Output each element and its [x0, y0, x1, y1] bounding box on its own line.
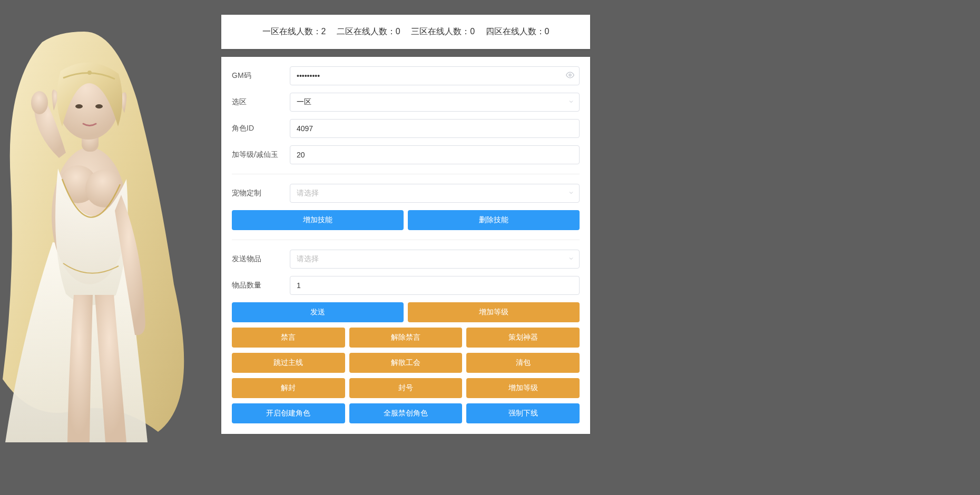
clear-bag-button[interactable]: 清包 — [466, 353, 580, 373]
form-panel: GM码 选区 一区 角色ID 加等级/减仙玉 — [221, 57, 590, 434]
online-status-bar: 一区在线人数：2 二区在线人数：0 三区在线人数：0 四区在线人数：0 — [221, 15, 590, 49]
pet-label: 宠物定制 — [232, 189, 290, 198]
svg-point-0 — [52, 147, 128, 284]
send-button[interactable]: 发送 — [232, 302, 404, 322]
svg-point-2 — [85, 170, 123, 207]
unmute-button[interactable]: 解除禁言 — [349, 328, 463, 348]
divider — [232, 240, 580, 240]
svg-point-9 — [569, 74, 571, 76]
unban-button[interactable]: 解封 — [232, 378, 345, 398]
zone2-status: 二区在线人数：0 — [337, 27, 400, 36]
delete-skill-button[interactable]: 删除技能 — [408, 210, 580, 230]
skip-main-button[interactable]: 跳过主线 — [232, 353, 345, 373]
background-character-image — [0, 21, 211, 453]
pet-select[interactable]: 请选择 — [290, 184, 580, 203]
role-id-label: 角色ID — [232, 124, 290, 133]
open-create-role-button[interactable]: 开启创建角色 — [232, 403, 345, 423]
item-count-label: 物品数量 — [232, 281, 290, 290]
add-skill-button[interactable]: 增加技能 — [232, 210, 404, 230]
mute-button[interactable]: 禁言 — [232, 328, 345, 348]
main-panel: 一区在线人数：2 二区在线人数：0 三区在线人数：0 四区在线人数：0 GM码 … — [221, 15, 590, 434]
svg-rect-3 — [82, 126, 99, 152]
server-ban-create-button[interactable]: 全服禁创角色 — [349, 403, 463, 423]
svg-point-4 — [58, 66, 119, 140]
divider — [232, 174, 580, 174]
item-count-input[interactable] — [290, 276, 580, 295]
add-level2-button[interactable]: 增加等级 — [466, 378, 580, 398]
level-input[interactable] — [290, 145, 580, 164]
zone-select[interactable]: 一区 — [290, 93, 580, 112]
disband-guild-button[interactable]: 解散工会 — [349, 353, 463, 373]
eye-icon[interactable] — [566, 71, 574, 81]
gm-code-input[interactable] — [290, 66, 580, 85]
level-label: 加等级/减仙玉 — [232, 150, 290, 160]
zone1-status: 一区在线人数：2 — [262, 27, 326, 36]
svg-point-7 — [31, 91, 48, 114]
zone-select-label: 选区 — [232, 97, 290, 107]
ban-button[interactable]: 封号 — [349, 378, 463, 398]
send-item-label: 发送物品 — [232, 254, 290, 264]
add-level-button[interactable]: 增加等级 — [408, 302, 580, 322]
force-offline-button[interactable]: 强制下线 — [466, 403, 580, 423]
svg-point-1 — [59, 165, 97, 203]
svg-point-6 — [95, 104, 103, 108]
send-item-select[interactable]: 请选择 — [290, 250, 580, 269]
gm-code-label: GM码 — [232, 71, 290, 81]
svg-point-5 — [75, 104, 83, 108]
role-id-input[interactable] — [290, 119, 580, 138]
svg-point-8 — [87, 71, 92, 75]
plan-artifact-button[interactable]: 策划神器 — [466, 328, 580, 348]
zone3-status: 三区在线人数：0 — [411, 27, 475, 36]
zone4-status: 四区在线人数：0 — [486, 27, 550, 36]
